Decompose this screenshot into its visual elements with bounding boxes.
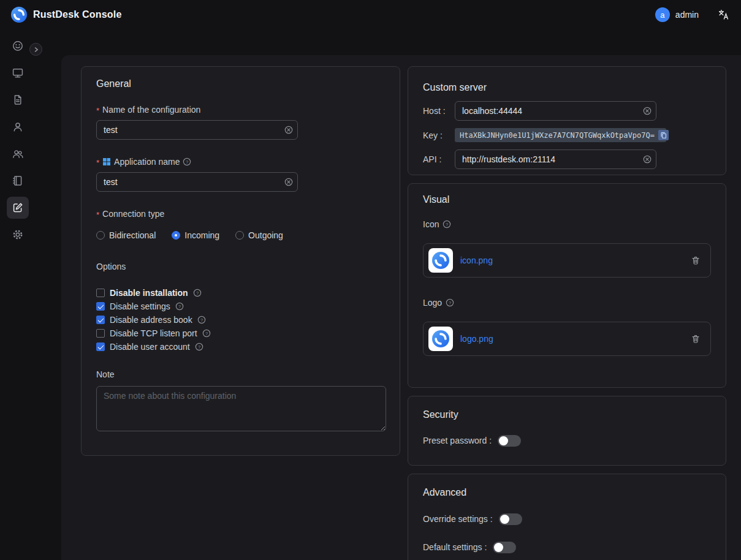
api-field — [455, 149, 656, 169]
advanced-title: Advanced — [423, 486, 711, 499]
svg-text:?: ? — [178, 304, 181, 309]
key-row: Key : HtaXBkJNHyn0e1U1jWXze7A7CN7QTGWqxk… — [423, 128, 711, 142]
checkbox-box — [96, 289, 105, 297]
radio-outgoing[interactable]: Outgoing — [235, 230, 283, 240]
sidebar-item-users[interactable] — [7, 116, 29, 138]
help-icon[interactable]: ? — [193, 289, 202, 297]
general-title: General — [96, 78, 385, 90]
clear-icon[interactable] — [643, 107, 652, 115]
help-icon[interactable]: ? — [175, 302, 184, 311]
app-name-field — [96, 172, 298, 192]
checkbox-box — [96, 342, 105, 351]
checkbox-disable-address-book[interactable]: Disable address book ? — [96, 313, 385, 327]
clear-icon[interactable] — [284, 126, 293, 134]
connection-type-group: Bidirectional Incoming Outgoing — [96, 229, 385, 241]
svg-text:?: ? — [186, 159, 188, 164]
monitor-icon — [12, 67, 24, 79]
radio-incoming[interactable]: Incoming — [172, 230, 219, 240]
config-name-label: * Name of the configuration — [96, 104, 385, 115]
checkbox-box — [96, 329, 105, 338]
server-key-chip: HtaXBkJNHyn0e1U1jWXze7A7CN7QTGWqxkOtpaVp… — [455, 128, 666, 142]
icon-preview — [428, 248, 453, 273]
windows-icon — [102, 157, 111, 166]
radio-bidirectional[interactable]: Bidirectional — [96, 230, 156, 240]
checkbox-box — [96, 316, 105, 324]
default-settings-label: Default settings : — [423, 542, 487, 552]
server-key-value: HtaXBkJNHyn0e1U1jWXze7A7CN7QTGWqxkOtpaVp… — [460, 131, 655, 140]
help-icon[interactable]: ? — [446, 298, 454, 307]
help-icon[interactable]: ? — [202, 329, 211, 338]
config-name-input[interactable] — [96, 120, 298, 140]
required-asterisk: * — [96, 160, 99, 166]
default-settings-row: Default settings : — [423, 539, 711, 556]
general-card: General * Name of the configuration * — [81, 66, 400, 456]
help-icon[interactable]: ? — [197, 316, 206, 324]
copy-icon[interactable] — [658, 130, 669, 140]
radio-circle — [96, 231, 105, 240]
sidebar-item-settings[interactable] — [7, 224, 29, 246]
config-name-field — [96, 120, 298, 140]
app-title: RustDesk Console — [33, 9, 122, 20]
help-icon[interactable]: ? — [195, 342, 203, 351]
note-label: Note — [96, 369, 385, 379]
main-panel: General * Name of the configuration * — [61, 55, 741, 560]
clear-icon[interactable] — [284, 178, 293, 186]
advanced-card: Advanced Override settings : Default set… — [408, 474, 726, 560]
language-icon[interactable] — [718, 9, 730, 21]
radio-circle — [235, 231, 244, 240]
sidebar-item-custom-clients[interactable] — [7, 197, 29, 219]
host-input[interactable] — [455, 101, 656, 121]
sidebar-item-address-books[interactable] — [7, 170, 29, 192]
api-row: API : — [423, 149, 711, 169]
sidebar-item-dashboard[interactable] — [7, 35, 29, 57]
host-field — [455, 101, 656, 121]
checkbox-disable-installation[interactable]: Disable installation ? — [96, 286, 385, 300]
username[interactable]: admin — [675, 10, 699, 20]
logo-file-box: logo.png — [423, 322, 711, 356]
logo-label: Logo ? — [423, 297, 711, 308]
app-name-input[interactable] — [96, 172, 298, 192]
checkbox-box — [96, 302, 105, 311]
override-settings-row: Override settings : — [423, 510, 711, 528]
checkbox-disable-settings[interactable]: Disable settings ? — [96, 300, 385, 313]
api-input[interactable] — [455, 149, 656, 169]
logo-preview — [428, 327, 453, 351]
api-label: API : — [423, 154, 455, 164]
help-icon[interactable]: ? — [183, 157, 191, 166]
svg-text:?: ? — [449, 300, 451, 305]
visual-card: Visual Icon ? icon.png — [408, 183, 726, 388]
logo-file-link[interactable]: logo.png — [460, 334, 493, 344]
icon-label: Icon ? — [423, 219, 711, 229]
clear-icon[interactable] — [643, 155, 652, 164]
svg-text:?: ? — [205, 331, 208, 336]
svg-text:?: ? — [200, 317, 203, 323]
edit-icon — [12, 202, 24, 214]
svg-text:?: ? — [198, 344, 200, 350]
override-settings-label: Override settings : — [423, 514, 493, 524]
sidebar-item-audit[interactable] — [7, 89, 29, 111]
checkbox-disable-tcp-listen-port[interactable]: Disable TCP listen port ? — [96, 327, 385, 340]
trash-icon[interactable] — [691, 334, 701, 344]
sidebar-item-groups[interactable] — [7, 143, 29, 165]
note-textarea[interactable] — [96, 386, 386, 431]
trash-icon[interactable] — [691, 255, 701, 265]
checkbox-disable-user-account[interactable]: Disable user account ? — [96, 340, 385, 354]
required-asterisk: * — [96, 108, 99, 114]
required-asterisk: * — [96, 212, 99, 218]
override-settings-toggle[interactable] — [499, 513, 522, 525]
host-label: Host : — [423, 106, 455, 116]
custom-server-card: Custom server Host : Key : — [408, 66, 726, 175]
user-avatar[interactable]: a — [655, 7, 670, 22]
svg-text:?: ? — [196, 290, 199, 296]
default-settings-toggle[interactable] — [493, 542, 516, 553]
sidebar — [0, 29, 36, 560]
preset-password-toggle[interactable] — [498, 435, 521, 447]
sidebar-item-devices[interactable] — [7, 62, 29, 84]
security-card: Security Preset password : — [408, 396, 726, 466]
sidebar-expand-button[interactable] — [29, 43, 42, 56]
icon-file-link[interactable]: icon.png — [460, 255, 493, 265]
visual-title: Visual — [423, 194, 711, 206]
help-icon[interactable]: ? — [443, 220, 451, 229]
document-icon — [12, 94, 24, 106]
preset-password-row: Preset password : — [423, 432, 711, 449]
